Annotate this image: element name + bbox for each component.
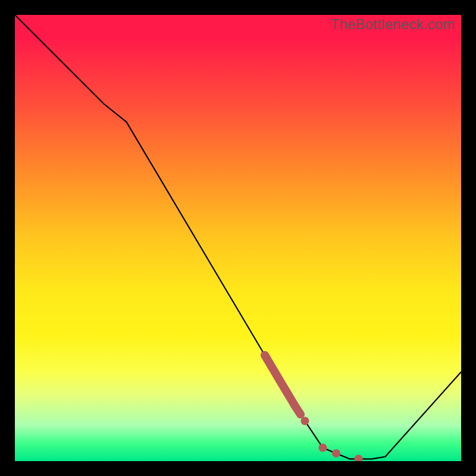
- chart-svg: [15, 15, 461, 461]
- dot: [332, 449, 340, 458]
- dot: [301, 417, 309, 425]
- dot: [355, 455, 363, 461]
- chart-container: TheBottleneck.com: [0, 0, 476, 476]
- dots-group: [301, 417, 363, 462]
- curve-line: [15, 15, 461, 459]
- plot-area: TheBottleneck.com: [15, 15, 461, 461]
- highlight-segment: [265, 355, 300, 414]
- dot: [319, 444, 327, 452]
